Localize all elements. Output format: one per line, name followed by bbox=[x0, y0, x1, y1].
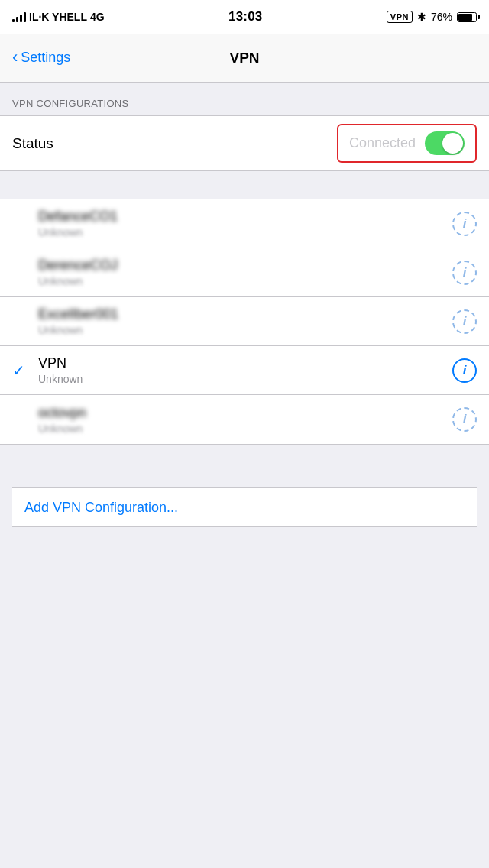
vpn-item-name: VPN bbox=[38, 355, 452, 371]
connected-text: Connected bbox=[349, 135, 416, 151]
chevron-left-icon: ‹ bbox=[12, 49, 18, 66]
list-item[interactable]: DerenceCOJ Unknown i bbox=[0, 248, 489, 297]
vpn-item-text: VPN Unknown bbox=[35, 355, 452, 385]
time-label: 13:03 bbox=[228, 9, 262, 24]
info-button[interactable]: i bbox=[452, 309, 477, 334]
vpn-item-name: ExcelIber001 bbox=[38, 306, 452, 322]
status-label: Status bbox=[12, 135, 337, 152]
list-item[interactable]: octovpn Unknown i bbox=[0, 395, 489, 444]
vpn-item-sub: Unknown bbox=[38, 423, 452, 435]
list-item[interactable]: ExcelIber001 Unknown i bbox=[0, 297, 489, 346]
battery-icon bbox=[457, 12, 477, 22]
add-config-label: Add VPN Configuration... bbox=[24, 500, 178, 516]
status-bar-left: IL·K YHELL 4G bbox=[12, 11, 105, 23]
add-config-row[interactable]: Add VPN Configuration... bbox=[12, 487, 477, 527]
back-button[interactable]: ‹ Settings bbox=[12, 50, 70, 66]
list-item[interactable]: ✓ VPN Unknown i bbox=[0, 346, 489, 395]
page-title: VPN bbox=[229, 50, 259, 66]
vpn-item-text: DerenceCOJ Unknown bbox=[35, 257, 452, 287]
vpn-item-text: octovpn Unknown bbox=[35, 405, 452, 435]
status-bar: IL·K YHELL 4G 13:03 VPN ✱ 76% bbox=[0, 0, 489, 34]
toggle-knob bbox=[442, 133, 463, 154]
status-value-container: Connected bbox=[337, 124, 477, 163]
status-row: Status Connected bbox=[0, 116, 489, 170]
status-bar-right: VPN ✱ 76% bbox=[387, 11, 477, 23]
vpn-list: DefanceCO1 Unknown i DerenceCOJ Unknown … bbox=[0, 199, 489, 445]
info-button[interactable]: i bbox=[452, 407, 477, 432]
vpn-item-sub: Unknown bbox=[38, 324, 452, 336]
nav-bar: ‹ Settings VPN bbox=[0, 34, 489, 83]
bluetooth-icon: ✱ bbox=[417, 11, 426, 23]
section-header-vpn-configurations: VPN CONFIGURATIONS bbox=[0, 83, 489, 115]
separator bbox=[0, 171, 489, 199]
vpn-item-sub: Unknown bbox=[38, 275, 452, 287]
signal-icon bbox=[12, 11, 26, 22]
vpn-toggle[interactable] bbox=[425, 131, 465, 155]
status-group: Status Connected bbox=[0, 115, 489, 171]
bottom-separator bbox=[0, 445, 489, 472]
vpn-status-badge: VPN bbox=[387, 11, 413, 23]
carrier-label: IL·K YHELL bbox=[29, 11, 87, 23]
vpn-item-sub: Unknown bbox=[38, 373, 452, 385]
info-button[interactable]: i bbox=[452, 261, 477, 285]
vpn-item-sub: Unknown bbox=[38, 226, 452, 238]
vpn-item-name: octovpn bbox=[38, 405, 452, 421]
vpn-item-text: DefanceCO1 Unknown bbox=[35, 209, 452, 238]
battery-percent: 76% bbox=[431, 11, 452, 23]
vpn-item-text: ExcelIber001 Unknown bbox=[35, 306, 452, 336]
info-button[interactable]: i bbox=[452, 212, 477, 236]
network-label: 4G bbox=[90, 11, 105, 23]
vpn-item-name: DerenceCOJ bbox=[38, 257, 452, 274]
list-item[interactable]: DefanceCO1 Unknown i bbox=[0, 199, 489, 248]
add-config-section: Add VPN Configuration... bbox=[0, 472, 489, 542]
back-label: Settings bbox=[21, 50, 70, 66]
checkmark-icon: ✓ bbox=[12, 361, 35, 380]
info-button[interactable]: i bbox=[452, 358, 477, 383]
vpn-item-name: DefanceCO1 bbox=[38, 209, 452, 225]
